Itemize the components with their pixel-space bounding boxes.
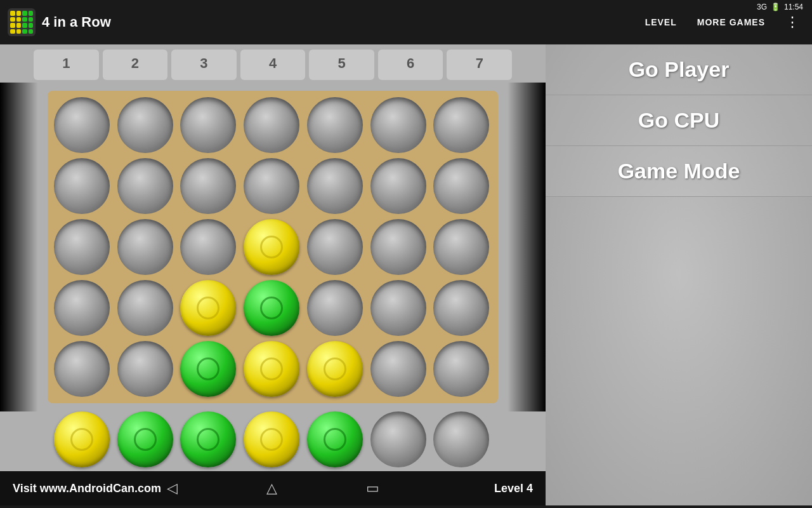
col-header-6[interactable]: 6 bbox=[378, 50, 443, 80]
cell-4-3[interactable] bbox=[244, 341, 299, 397]
board-wrapper bbox=[0, 83, 546, 411]
battery-icon: 🔋 bbox=[771, 3, 780, 11]
icon-cell bbox=[10, 29, 15, 34]
cell-1-6[interactable] bbox=[433, 158, 489, 214]
nav-icons-bar: ◁ △ ▭ bbox=[0, 471, 546, 505]
cell-2-6[interactable] bbox=[433, 219, 489, 275]
app-icon bbox=[8, 8, 36, 36]
icon-cell bbox=[22, 29, 27, 34]
menu-button[interactable]: ⋮ bbox=[780, 11, 804, 33]
icon-cell bbox=[16, 23, 22, 28]
cell-4-0[interactable] bbox=[54, 341, 110, 397]
icon-cell bbox=[16, 29, 22, 34]
status-bar: 3G 🔋 11:54 bbox=[757, 3, 803, 11]
cell-3-1[interactable] bbox=[117, 280, 173, 336]
col-headers: 1 2 3 4 5 6 7 bbox=[32, 44, 514, 83]
cell-0-6[interactable] bbox=[433, 97, 489, 153]
topbar-right: LEVEL MORE GAMES ⋮ bbox=[640, 11, 804, 33]
bottom-cell-6[interactable] bbox=[433, 411, 489, 467]
cell-0-3[interactable] bbox=[244, 97, 299, 153]
cell-4-1[interactable] bbox=[117, 341, 173, 397]
cell-3-0[interactable] bbox=[54, 280, 110, 336]
bottom-cell-5[interactable] bbox=[370, 411, 426, 467]
cell-0-1[interactable] bbox=[117, 97, 173, 153]
icon-cell bbox=[22, 11, 27, 16]
col-header-7[interactable]: 7 bbox=[447, 50, 512, 80]
icon-cell bbox=[22, 23, 27, 28]
cell-2-5[interactable] bbox=[370, 219, 426, 275]
icon-cell bbox=[29, 23, 34, 28]
cell-0-4[interactable] bbox=[307, 97, 363, 153]
cell-0-0[interactable] bbox=[54, 97, 110, 153]
cell-4-6[interactable] bbox=[433, 341, 489, 397]
bottom-cell-2[interactable] bbox=[180, 411, 236, 467]
cell-1-1[interactable] bbox=[117, 158, 173, 214]
recent-apps-button[interactable]: ▭ bbox=[366, 480, 379, 497]
icon-cell bbox=[10, 17, 15, 22]
cell-2-0[interactable] bbox=[54, 219, 110, 275]
cell-1-5[interactable] bbox=[370, 158, 426, 214]
cell-0-5[interactable] bbox=[370, 97, 426, 153]
cell-3-3[interactable] bbox=[244, 280, 299, 336]
go-player-button[interactable]: Go Player bbox=[546, 44, 812, 95]
cell-3-6[interactable] bbox=[433, 280, 489, 336]
col-header-2[interactable]: 2 bbox=[103, 50, 168, 80]
signal-indicator: 3G bbox=[757, 3, 767, 11]
cell-0-2[interactable] bbox=[180, 97, 236, 153]
icon-cell bbox=[16, 11, 22, 16]
icon-cell bbox=[10, 23, 15, 28]
cell-4-4[interactable] bbox=[307, 341, 363, 397]
cell-3-2[interactable] bbox=[180, 280, 236, 336]
cell-1-3[interactable] bbox=[244, 158, 299, 214]
col-header-3[interactable]: 3 bbox=[171, 50, 237, 80]
col-header-1[interactable]: 1 bbox=[34, 50, 99, 80]
app-title: 4 in a Row bbox=[42, 14, 640, 30]
col-header-5[interactable]: 5 bbox=[309, 50, 374, 80]
icon-cell bbox=[29, 29, 34, 34]
icon-cell bbox=[22, 17, 27, 22]
game-mode-button[interactable]: Game Mode bbox=[546, 146, 812, 197]
main-content: 1 2 3 4 5 6 7 bbox=[0, 44, 812, 505]
cell-2-1[interactable] bbox=[117, 219, 173, 275]
cell-1-0[interactable] bbox=[54, 158, 110, 214]
cell-3-4[interactable] bbox=[307, 280, 363, 336]
cell-2-3[interactable] bbox=[244, 219, 299, 275]
right-panel: Go Player Go CPU Game Mode bbox=[546, 44, 812, 505]
bottom-cell-4[interactable] bbox=[307, 411, 363, 467]
icon-cell bbox=[10, 11, 15, 16]
cell-1-4[interactable] bbox=[307, 158, 363, 214]
bottom-cell-0[interactable] bbox=[54, 411, 110, 467]
cell-4-5[interactable] bbox=[370, 341, 426, 397]
cell-1-2[interactable] bbox=[180, 158, 236, 214]
board-area: 1 2 3 4 5 6 7 bbox=[0, 44, 546, 505]
bottom-cell-3[interactable] bbox=[244, 411, 299, 467]
bottom-row bbox=[48, 411, 498, 467]
level-button[interactable]: LEVEL bbox=[640, 13, 682, 31]
go-cpu-button[interactable]: Go CPU bbox=[546, 95, 812, 146]
icon-cell bbox=[16, 17, 22, 22]
cell-2-4[interactable] bbox=[307, 219, 363, 275]
cell-4-2[interactable] bbox=[180, 341, 236, 397]
icon-cell bbox=[29, 17, 34, 22]
game-board[interactable] bbox=[48, 91, 498, 403]
bottom-cell-1[interactable] bbox=[117, 411, 173, 467]
topbar: 4 in a Row 3G 🔋 11:54 LEVEL MORE GAMES ⋮ bbox=[0, 0, 812, 44]
cell-2-2[interactable] bbox=[180, 219, 236, 275]
cell-3-5[interactable] bbox=[370, 280, 426, 336]
more-games-button[interactable]: MORE GAMES bbox=[692, 13, 770, 31]
home-button[interactable]: △ bbox=[266, 480, 277, 497]
back-button[interactable]: ◁ bbox=[167, 480, 178, 497]
icon-cell bbox=[29, 11, 34, 16]
col-header-4[interactable]: 4 bbox=[240, 50, 306, 80]
time-display: 11:54 bbox=[784, 3, 803, 11]
